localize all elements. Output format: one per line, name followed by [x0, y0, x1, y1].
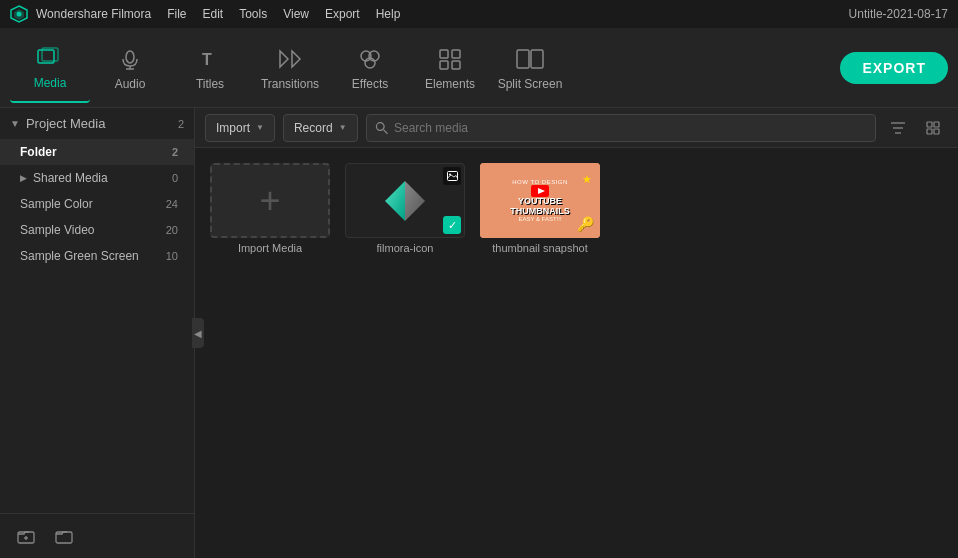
media-item-filmora[interactable]: ✓ [345, 163, 465, 254]
youtube-thumbnail-image: HOW TO DESIGN YOUTUBETHUMBNAILS EASY & F… [480, 163, 600, 238]
sidebar-folder-label: Folder [20, 145, 57, 159]
menu-help[interactable]: Help [376, 7, 401, 21]
toolbar-audio[interactable]: Audio [90, 33, 170, 103]
folder-button[interactable] [50, 522, 78, 550]
title-bar-menus: File Edit Tools View Export Help [167, 7, 400, 21]
sidebar-collapse-button[interactable]: ◀ [192, 318, 204, 348]
image-corner-icon [443, 167, 461, 185]
svg-rect-30 [934, 122, 939, 127]
svg-line-25 [383, 129, 387, 133]
elements-icon [436, 45, 464, 73]
menu-edit[interactable]: Edit [203, 7, 224, 21]
svg-point-2 [17, 12, 22, 17]
sidebar-item-sample-color[interactable]: Sample Color 24 [0, 191, 194, 217]
title-bar: Wondershare Filmora File Edit Tools View… [0, 0, 958, 28]
search-icon [375, 121, 388, 135]
chevron-right-icon: ▶ [20, 173, 27, 183]
svg-marker-10 [292, 51, 300, 67]
app-name-label: Wondershare Filmora [36, 7, 151, 21]
sidebar-section-project-media[interactable]: ▼ Project Media 2 [0, 108, 194, 139]
media-item-import[interactable]: + Import Media [210, 163, 330, 254]
menu-view[interactable]: View [283, 7, 309, 21]
sidebar-bottom-bar [0, 513, 194, 558]
media-item-thumbnail[interactable]: HOW TO DESIGN YOUTUBETHUMBNAILS EASY & F… [480, 163, 600, 254]
toolbar-effects[interactable]: Effects [330, 33, 410, 103]
toolbar-splitscreen[interactable]: Split Screen [490, 33, 570, 103]
svg-rect-18 [517, 50, 529, 68]
import-dropdown[interactable]: Import ▼ [205, 114, 275, 142]
svg-rect-32 [934, 129, 939, 134]
toolbar-audio-label: Audio [115, 77, 146, 91]
export-button[interactable]: EXPORT [840, 52, 948, 84]
media-icon [36, 44, 64, 72]
menu-tools[interactable]: Tools [239, 7, 267, 21]
grid-view-button[interactable] [920, 114, 948, 142]
sidebar-section-label: Project Media [26, 116, 105, 131]
sidebar-green-screen-label: Sample Green Screen [20, 249, 139, 263]
toolbar-elements[interactable]: Elements [410, 33, 490, 103]
toolbar-transitions-label: Transitions [261, 77, 319, 91]
sidebar-section-count: 2 [178, 118, 184, 130]
toolbar-media-label: Media [34, 76, 67, 90]
svg-point-5 [126, 51, 134, 63]
toolbar-transitions[interactable]: Transitions [250, 33, 330, 103]
audio-icon [116, 45, 144, 73]
svg-rect-17 [452, 61, 460, 69]
toolbar: Media Audio T Titles Transitions [0, 28, 958, 108]
splitscreen-icon [516, 45, 544, 73]
toolbar-elements-label: Elements [425, 77, 475, 91]
import-label: Import [216, 121, 250, 135]
sidebar-sample-color-label: Sample Color [20, 197, 93, 211]
folder-icon [55, 527, 73, 545]
filmora-label: filmora-icon [377, 242, 434, 254]
sidebar-shared-media-count: 0 [172, 172, 178, 184]
svg-rect-29 [927, 122, 932, 127]
new-folder-icon [17, 527, 35, 545]
svg-marker-35 [385, 181, 405, 221]
sidebar: ▼ Project Media 2 Folder 2 ▶ Shared Medi… [0, 108, 195, 558]
toolbar-splitscreen-label: Split Screen [498, 77, 563, 91]
sidebar-item-sample-green-screen[interactable]: Sample Green Screen 10 [0, 243, 194, 269]
content-toolbar: Import ▼ Record ▼ [195, 108, 958, 148]
media-grid: + Import Media ✓ [195, 148, 958, 558]
filmora-thumb: ✓ [345, 163, 465, 238]
chevron-down-icon: ▼ [10, 118, 20, 129]
import-dropdown-arrow-icon: ▼ [256, 123, 264, 132]
filmora-diamond-icon [375, 171, 435, 231]
thumbnail-label: thumbnail snapshot [492, 242, 587, 254]
sidebar-item-sample-video[interactable]: Sample Video 20 [0, 217, 194, 243]
filter-icon [890, 121, 906, 135]
app-logo-icon [10, 5, 28, 23]
toolbar-titles[interactable]: T Titles [170, 33, 250, 103]
svg-marker-36 [405, 181, 425, 221]
sidebar-item-shared-media[interactable]: ▶ Shared Media 0 [0, 165, 194, 191]
svg-text:T: T [202, 51, 212, 68]
sidebar-sample-video-count: 20 [166, 224, 178, 236]
check-icon: ✓ [443, 216, 461, 234]
sidebar-folder-count: 2 [172, 146, 178, 158]
record-dropdown[interactable]: Record ▼ [283, 114, 358, 142]
toolbar-media[interactable]: Media [10, 33, 90, 103]
yt-text-youtube-thumbnails: YOUTUBETHUMBNAILS [510, 197, 570, 217]
toolbar-titles-label: Titles [196, 77, 224, 91]
import-media-label: Import Media [238, 242, 302, 254]
filter-button[interactable] [884, 114, 912, 142]
sidebar-shared-media-label: Shared Media [33, 171, 108, 185]
sidebar-item-folder[interactable]: Folder 2 [0, 139, 194, 165]
record-dropdown-arrow-icon: ▼ [339, 123, 347, 132]
thumbnail-thumb: HOW TO DESIGN YOUTUBETHUMBNAILS EASY & F… [480, 163, 600, 238]
record-label: Record [294, 121, 333, 135]
sidebar-green-screen-count: 10 [166, 250, 178, 262]
menu-file[interactable]: File [167, 7, 186, 21]
grid-view-icon [926, 121, 942, 135]
content-area: Import ▼ Record ▼ [195, 108, 958, 558]
menu-export[interactable]: Export [325, 7, 360, 21]
sidebar-sample-video-label: Sample Video [20, 223, 95, 237]
title-bar-left: Wondershare Filmora File Edit Tools View… [10, 5, 400, 23]
search-input[interactable] [394, 121, 867, 135]
svg-marker-9 [280, 51, 288, 67]
svg-point-24 [376, 122, 384, 130]
yt-text-easy: EASY & FAST!!! [518, 216, 561, 222]
window-title: Untitle-2021-08-17 [849, 7, 948, 21]
new-project-button[interactable] [12, 522, 40, 550]
